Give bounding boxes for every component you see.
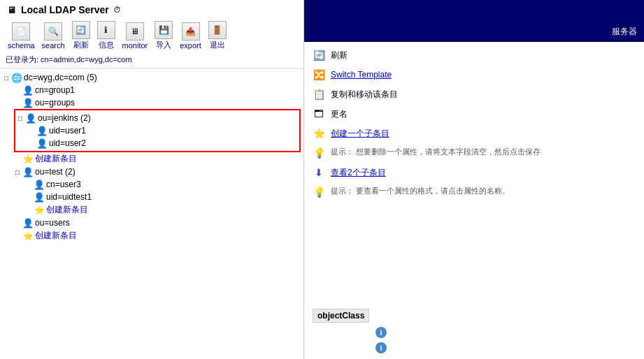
action-view-children-label[interactable]: 查看2个子条目 xyxy=(331,167,386,179)
test-icon xyxy=(22,166,34,177)
toolbar: 📄 schema 🔍 search 🔄 刷新 xyxy=(6,20,298,52)
refresh-action-icon: 🔄 xyxy=(313,49,325,61)
action-switch-template-label[interactable]: Switch Template xyxy=(331,70,392,80)
jenkins-box: □ ou=jenkins (2) uid=user1 uid=user2 xyxy=(14,109,301,152)
tree-label-create1: 创建新条目 xyxy=(35,153,77,165)
tip-text-1: 提示： 想要删除一个属性，请将文本字段清空，然后点击保存 xyxy=(331,147,541,157)
tree-label-uidtest1: uid=uidtest1 xyxy=(46,192,92,202)
tree-item-group1[interactable]: cn=group1 xyxy=(14,84,301,96)
expand-jenkins: □ xyxy=(17,115,24,122)
monitor-icon: 🖥 xyxy=(126,22,144,41)
info-icon: ℹ xyxy=(97,21,115,39)
exit-icon: 🚪 xyxy=(208,21,227,39)
action-create-child-label[interactable]: 创建一个子条目 xyxy=(331,128,389,140)
action-rename-label: 更名 xyxy=(331,108,348,120)
objectclass-area: objectClass i i xyxy=(304,303,644,359)
info-label: 信息 xyxy=(99,40,114,50)
info-circle-1[interactable]: i xyxy=(375,327,387,338)
action-create-child[interactable]: ⭐ 创建一个子条目 xyxy=(313,126,636,141)
import-label: 导入 xyxy=(156,40,171,50)
exit-label: 退出 xyxy=(210,40,225,50)
user2-icon xyxy=(36,138,48,149)
action-copy-move[interactable]: 📋 复制和移动该条目 xyxy=(313,87,636,102)
tree-item-create3[interactable]: 创建新条目 xyxy=(14,229,301,242)
user3-icon xyxy=(34,179,45,190)
copy-move-icon: 📋 xyxy=(313,88,325,101)
star-action-icon: ⭐ xyxy=(313,127,325,140)
objectclass-row-1: objectClass xyxy=(313,309,636,323)
export-label: export xyxy=(180,41,201,50)
right-actions: 🔄 刷新 🔀 Switch Template 📋 复制和移动该条目 🗔 更名 ⭐ xyxy=(304,42,644,205)
tree-label-group1: cn=group1 xyxy=(35,85,75,95)
refresh-label: 刷新 xyxy=(73,40,89,50)
action-refresh[interactable]: 🔄 刷新 xyxy=(313,47,636,63)
export-icon: 📤 xyxy=(182,22,200,41)
tip-item-1: 💡 提示： 想要删除一个属性，请将文本字段清空，然后点击保存 xyxy=(313,145,636,161)
tree-item-uidtest1[interactable]: uid=uidtest1 xyxy=(25,191,301,203)
clock-icon: ⏱ xyxy=(113,6,121,14)
tree-label-create2: 创建新条目 xyxy=(46,204,88,216)
tree-label-groups: ou=groups xyxy=(35,98,75,108)
action-view-children[interactable]: ⬇ 查看2个子条目 xyxy=(313,165,636,180)
tree-container: □ dc=wyg,dc=com (5) cn=group1 ou=groups … xyxy=(0,68,303,359)
info-circle-2[interactable]: i xyxy=(375,342,387,353)
refresh-button[interactable]: 🔄 刷新 xyxy=(70,20,92,52)
export-button[interactable]: 📤 export xyxy=(178,21,203,51)
tree-label-users: ou=users xyxy=(35,218,70,228)
action-rename[interactable]: 🗔 更名 xyxy=(313,106,636,122)
tree-item-user2[interactable]: uid=user2 xyxy=(28,137,298,149)
tip-text-2: 提示： 要查看一个属性的格式，请点击属性的名称。 xyxy=(331,186,510,196)
bulb-icon-2: 💡 xyxy=(313,186,325,198)
action-refresh-label: 刷新 xyxy=(331,50,348,61)
objectclass-row-2: i xyxy=(313,327,636,338)
tree-item-create1[interactable]: 创建新条目 xyxy=(14,152,301,166)
search-button[interactable]: 🔍 search xyxy=(40,21,67,51)
folder-icon-groups xyxy=(22,97,34,108)
tree-label-user3: cn=user3 xyxy=(46,180,81,189)
tree-root-label: dc=wyg,dc=com (5) xyxy=(24,73,97,82)
schema-icon: 📄 xyxy=(12,22,30,41)
app-title: Local LDAP Server xyxy=(21,4,109,15)
bulb-icon-1: 💡 xyxy=(313,147,325,159)
user1-icon xyxy=(36,125,48,136)
schema-button[interactable]: 📄 schema xyxy=(6,21,37,51)
info-button[interactable]: ℹ 信息 xyxy=(95,20,117,52)
star-icon-create3 xyxy=(22,230,34,242)
tree-label-jenkins: ou=jenkins (2) xyxy=(38,113,91,123)
tree-root[interactable]: □ dc=wyg,dc=com (5) xyxy=(3,71,301,84)
search-icon: 🔍 xyxy=(44,22,62,41)
tree-item-groups[interactable]: ou=groups xyxy=(14,96,301,109)
globe-icon xyxy=(11,72,22,83)
search-label: search xyxy=(42,41,65,50)
rename-icon: 🗔 xyxy=(313,108,325,120)
star-icon-create1 xyxy=(22,154,34,165)
child-action-icon: ⬇ xyxy=(313,166,325,179)
monitor-label: monitor xyxy=(122,41,148,50)
uidtest1-icon xyxy=(34,191,45,203)
tip-item-2: 💡 提示： 要查看一个属性的格式，请点击属性的名称。 xyxy=(313,184,636,200)
tree-label-user1: uid=user1 xyxy=(49,126,86,135)
tree-item-jenkins[interactable]: □ ou=jenkins (2) xyxy=(17,112,298,124)
tree-item-user1[interactable]: uid=user1 xyxy=(28,124,298,137)
objectclass-label: objectClass xyxy=(313,309,369,323)
tree-item-user3[interactable]: cn=user3 xyxy=(25,178,301,191)
tree-label-test: ou=test (2) xyxy=(35,167,76,177)
tree-label-create3: 创建新条目 xyxy=(35,230,77,242)
exit-button[interactable]: 🚪 退出 xyxy=(206,20,229,52)
action-switch-template[interactable]: 🔀 Switch Template xyxy=(313,67,636,82)
user-icon xyxy=(22,85,34,96)
import-icon: 💾 xyxy=(155,21,173,39)
import-button[interactable]: 💾 导入 xyxy=(152,20,175,52)
action-copy-move-label: 复制和移动该条目 xyxy=(331,89,398,101)
star-icon-create2 xyxy=(34,205,45,216)
right-header-text: 服务器 xyxy=(612,26,637,38)
objectclass-row-3: i xyxy=(313,342,636,353)
server-icon: 🖥 xyxy=(6,4,17,15)
tree-item-users[interactable]: ou=users xyxy=(14,217,301,229)
right-header: 服务器 xyxy=(304,0,644,42)
switch-template-icon: 🔀 xyxy=(313,68,325,81)
tree-item-test[interactable]: □ ou=test (2) xyxy=(14,166,301,178)
monitor-button[interactable]: 🖥 monitor xyxy=(120,21,150,51)
tree-item-create2[interactable]: 创建新条目 xyxy=(25,203,301,217)
users-icon xyxy=(22,217,34,228)
